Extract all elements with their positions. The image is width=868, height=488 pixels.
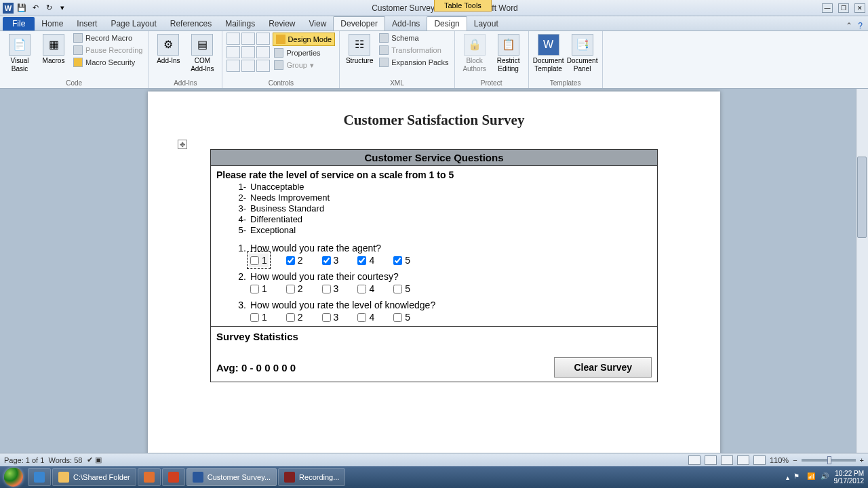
checkbox-input[interactable] (250, 285, 259, 293)
zoom-slider-handle[interactable] (827, 456, 831, 464)
close-button[interactable]: ✕ (854, 3, 865, 13)
checkbox-input[interactable] (357, 256, 366, 265)
checkbox-input[interactable] (393, 285, 402, 293)
tab-addins[interactable]: Add-Ins (385, 17, 427, 30)
checkbox-option[interactable]: 5 (393, 255, 410, 266)
action-center-icon[interactable]: ⚑ (793, 472, 803, 482)
legacy-tools-icon[interactable] (256, 60, 270, 72)
start-button[interactable] (0, 466, 27, 488)
taskbar-ppt[interactable] (162, 468, 185, 486)
save-icon[interactable]: 💾 (16, 3, 27, 14)
zoom-slider[interactable] (802, 459, 856, 462)
print-layout-view-button[interactable] (688, 455, 701, 465)
macro-indicator-icon[interactable]: ▣ (95, 455, 102, 464)
checkbox-input[interactable] (393, 313, 402, 322)
document-template-button[interactable]: WDocument Template (533, 33, 564, 75)
taskbar-word[interactable]: Customer Survey... (186, 468, 277, 486)
checkbox-input[interactable] (357, 285, 366, 293)
tab-insert[interactable]: Insert (70, 17, 104, 30)
tab-design[interactable]: Design (427, 16, 467, 30)
tab-layout[interactable]: Layout (467, 17, 505, 30)
macros-button[interactable]: ▦Macros (38, 33, 69, 66)
checkbox-option[interactable]: 4 (357, 283, 374, 294)
tab-developer[interactable]: Developer (333, 16, 385, 30)
file-tab[interactable]: File (3, 17, 35, 30)
checkbox-option[interactable]: 1 (250, 312, 267, 323)
checkbox-option[interactable]: 2 (286, 255, 303, 266)
checkbox-option[interactable]: 3 (322, 312, 339, 323)
clear-survey-button[interactable]: Clear Survey (554, 357, 652, 378)
checkbox-input[interactable] (357, 313, 366, 322)
checkbox-option[interactable]: 2 (286, 312, 303, 323)
draft-view-button[interactable] (753, 455, 766, 465)
zoom-level[interactable]: 110% (770, 456, 789, 464)
macro-security-button[interactable]: Macro Security (72, 57, 144, 68)
zoom-out-button[interactable]: − (793, 456, 797, 464)
minimize-button[interactable]: — (822, 3, 833, 13)
proofing-icon[interactable]: ✔ (87, 455, 93, 464)
taskbar-recording[interactable]: Recording... (278, 468, 345, 486)
zoom-in-button[interactable]: + (860, 456, 864, 464)
checkbox-option[interactable]: 5 (393, 283, 410, 294)
word-count[interactable]: Words: 58 (48, 456, 82, 464)
volume-icon[interactable]: 🔊 (821, 472, 830, 482)
table-move-handle[interactable]: ✥ (178, 140, 187, 149)
document-panel-button[interactable]: 📑Document Panel (567, 33, 598, 75)
richtext-control-icon[interactable] (226, 33, 240, 45)
checkbox-input[interactable] (286, 256, 295, 265)
com-addins-button[interactable]: ▤COM Add-Ins (186, 33, 218, 75)
taskbar-ie[interactable] (28, 468, 51, 486)
checkbox-option[interactable]: 1 (250, 283, 267, 294)
tab-view[interactable]: View (302, 17, 334, 30)
design-mode-button[interactable]: Design Mode (273, 33, 335, 46)
redo-icon[interactable]: ↻ (43, 3, 54, 14)
tray-expand-icon[interactable]: ▴ (786, 474, 789, 481)
record-macro-button[interactable]: Record Macro (72, 33, 144, 43)
taskbar-explorer[interactable]: C:\Shared Folder (52, 468, 136, 486)
checkbox-input[interactable] (322, 313, 331, 322)
maximize-button[interactable]: ❐ (838, 3, 849, 13)
vertical-scrollbar[interactable] (856, 89, 868, 466)
visual-basic-button[interactable]: 📄Visual Basic (4, 33, 35, 75)
datepicker-control-icon[interactable] (241, 60, 255, 72)
help-icon[interactable]: ? (858, 21, 863, 30)
restrict-editing-button[interactable]: 📋Restrict Editing (493, 33, 524, 75)
expansion-packs-button[interactable]: Expansion Packs (378, 57, 450, 68)
checkbox-option[interactable]: 4 (357, 312, 374, 323)
checkbox-option[interactable]: 3 (322, 283, 339, 294)
picture-control-icon[interactable] (256, 33, 270, 45)
combobox-control-icon[interactable] (256, 46, 270, 58)
checkbox-input[interactable] (250, 256, 259, 265)
checkbox-input[interactable] (322, 256, 331, 265)
properties-button[interactable]: Properties (273, 47, 335, 58)
minimize-ribbon-icon[interactable]: ⌃ (846, 21, 852, 30)
page-indicator[interactable]: Page: 1 of 1 (4, 456, 44, 464)
checkbox-option[interactable]: 2 (286, 283, 303, 294)
web-layout-view-button[interactable] (721, 455, 733, 465)
checkbox-option[interactable]: 1 (249, 253, 269, 267)
plaintext-control-icon[interactable] (241, 33, 255, 45)
outline-view-button[interactable] (737, 455, 749, 465)
tab-page-layout[interactable]: Page Layout (104, 17, 163, 30)
fullscreen-view-button[interactable] (705, 455, 717, 465)
structure-button[interactable]: ☷Structure (344, 33, 375, 66)
tab-references[interactable]: References (163, 17, 218, 30)
checkbox-option[interactable]: 4 (357, 255, 374, 266)
scrollbar-thumb[interactable] (857, 157, 867, 238)
network-icon[interactable]: 📶 (807, 472, 816, 482)
checkbox-option[interactable]: 3 (322, 255, 339, 266)
checkbox-input[interactable] (393, 256, 402, 265)
clock[interactable]: 10:22 PM 9/17/2012 (834, 470, 865, 485)
survey-table[interactable]: Customer Service Questions Please rate t… (210, 149, 658, 382)
undo-icon[interactable]: ↶ (30, 3, 41, 14)
tab-home[interactable]: Home (35, 17, 70, 30)
buildingblock-control-icon[interactable] (226, 46, 240, 58)
tab-mailings[interactable]: Mailings (218, 17, 262, 30)
controls-gallery[interactable] (226, 33, 270, 72)
checkbox-input[interactable] (286, 285, 295, 293)
checkbox-option[interactable]: 5 (393, 312, 410, 323)
group-button[interactable]: Group ▾ (273, 60, 335, 70)
checkbox-input[interactable] (322, 285, 331, 293)
schema-button[interactable]: Schema (378, 33, 450, 43)
qat-dropdown-icon[interactable]: ▾ (57, 3, 68, 14)
